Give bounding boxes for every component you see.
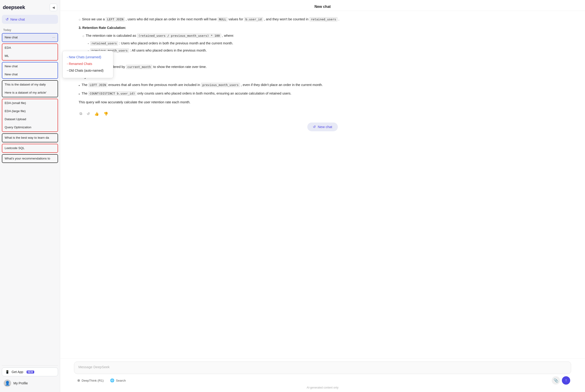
sidebar-bottom: 📱 Get App NEW 👤 My Profile <box>2 366 58 389</box>
chat-item-8[interactable]: EDA (small file) <box>2 99 58 107</box>
para1-mid2: values for <box>228 17 243 21</box>
section-4: 4. Ordering: ○ The results are ordered b… <box>79 56 566 70</box>
avatar: 👤 <box>4 380 11 387</box>
get-app-button[interactable]: 📱 Get App NEW <box>2 368 58 376</box>
collapse-icon: ◀ <box>52 6 55 9</box>
retry-button[interactable]: ↺ <box>86 111 91 117</box>
new-chat-button[interactable]: ↺ New chat <box>2 15 58 24</box>
avatar-icon: 👤 <box>5 381 10 386</box>
thumbs-up-button[interactable]: 👍 <box>94 111 100 117</box>
chat-group-black-1: This is the dataset of my daily Here is … <box>2 80 58 97</box>
legend-item-old-chats: - Old Chats (auto-named) <box>67 68 109 74</box>
new-chat-center-label: New chat <box>318 125 332 129</box>
code-retained-users: retained_users <box>309 17 338 22</box>
response-body: ○ Since we use a LEFT JOIN , users who d… <box>79 16 566 117</box>
chat-item-10[interactable]: Dataset Upload <box>2 115 58 124</box>
chat-list: New chat ··· EDA ML New chat New chat <box>2 33 58 366</box>
chat-item-label: EDA <box>5 46 11 50</box>
deepthink-button[interactable]: ⊗ DeepThink (R1) <box>75 377 106 384</box>
chat-item-2[interactable]: EDA <box>2 44 58 52</box>
why-heading: Why This Works: <box>79 74 566 80</box>
chat-group-red-2: EDA (small file) EDA (large file) Datase… <box>2 99 58 132</box>
legend-item-new-chats: - New Chats (unnamed) <box>67 54 109 60</box>
section3-sub1-text: : Users who placed orders in both the pr… <box>119 41 233 45</box>
profile-item[interactable]: 👤 My Profile <box>2 377 58 389</box>
sidebar: deepseek ◀ ↺ New chat Today New chat ···… <box>0 0 60 392</box>
code-left-join-2: LEFT JOIN <box>88 83 107 87</box>
attach-button[interactable]: 📎 <box>552 376 560 384</box>
chat-group-red-3: Leetcode SQL <box>2 144 58 153</box>
chat-item-label: EDA (large file) <box>5 109 26 113</box>
get-app-label: Get App <box>12 370 23 374</box>
para1-mid: , users who did not place an order in th… <box>126 17 217 21</box>
code-current-month: current_month <box>126 65 152 69</box>
section3-bullet1-prefix: The retention rate is calculated as <box>86 34 136 38</box>
code-prev-month-users-2: previous_month_users <box>201 83 240 87</box>
why-b1-end: , even if they didn't place an order in … <box>241 83 323 87</box>
code-retained-users-2: retained_users <box>90 41 118 46</box>
message-input-box[interactable]: Message DeepSeek <box>74 362 571 374</box>
chat-item-13[interactable]: Leetcode SQL <box>2 144 58 152</box>
chat-item-label: EDA (small file) <box>5 101 26 105</box>
chat-group-black-2: What is the best way to learn da <box>2 133 58 142</box>
chat-item-label: Here is a dataset of my article' <box>5 91 47 94</box>
sidebar-toggle-button[interactable]: ◀ <box>50 4 57 11</box>
ai-disclaimer: AI-generated content only <box>74 384 571 390</box>
chat-item-label: Dataset Upload <box>5 118 26 121</box>
chat-item-label: ML <box>5 54 9 58</box>
section3-sub2-text: : All users who placed orders in the pre… <box>130 48 207 52</box>
chat-item-9[interactable]: EDA (large file) <box>2 107 58 115</box>
input-tools-right: 📎 ↑ <box>552 376 570 384</box>
main-panel: New chat ○ Since we use a LEFT JOIN , us… <box>60 0 585 392</box>
input-tools-left: ⊗ DeepThink (R1) 🌐 Search <box>75 377 128 384</box>
copy-button[interactable]: ⧉ <box>79 111 83 117</box>
new-chat-center-button[interactable]: ↺ New chat <box>307 122 338 131</box>
phone-icon: 📱 <box>5 370 9 374</box>
send-button[interactable]: ↑ <box>562 376 570 384</box>
chat-item-label: What's your recommendations to <box>5 157 50 160</box>
para1-prefix: Since we use a <box>82 17 105 21</box>
send-icon: ↑ <box>565 378 567 383</box>
code-count-distinct: COUNT(DISTINCT b.user_id) <box>88 91 136 96</box>
chat-group-blue-active: New chat ··· <box>2 33 58 42</box>
why-b2-text: only counts users who placed orders in b… <box>137 92 292 95</box>
chat-more-button[interactable]: ··· <box>51 35 56 40</box>
chat-item-label: This is the dataset of my daily <box>5 83 46 86</box>
main-content: ○ Since we use a LEFT JOIN , users who d… <box>60 11 585 358</box>
page-title: New chat <box>314 4 331 8</box>
new-chat-icon: ↺ <box>6 17 9 22</box>
chat-item-6[interactable]: This is the dataset of my daily <box>2 81 58 89</box>
chat-item-5[interactable]: New chat <box>2 70 58 78</box>
new-chat-center-container: ↺ New chat <box>79 122 566 131</box>
section-3: 3. Retention Rate Calculation: ○ The ret… <box>79 25 566 54</box>
chat-item-14[interactable]: What's your recommendations to <box>2 155 58 163</box>
chat-item-7[interactable]: Here is a dataset of my article' <box>2 89 58 97</box>
chat-item-11[interactable]: Query Optimization <box>2 124 58 132</box>
section3-bullet1-mid: , where: <box>222 34 234 38</box>
chat-item-label: Leetcode SQL <box>5 146 25 150</box>
chat-item-12[interactable]: What is the best way to learn da <box>2 134 58 142</box>
why-section: Why This Works: • The LEFT JOIN ensures … <box>79 74 566 105</box>
chat-group-red-1: EDA ML <box>2 44 58 60</box>
code-left-join: LEFT JOIN <box>106 17 125 22</box>
search-icon: 🌐 <box>110 378 115 382</box>
chat-item-label: New chat <box>5 36 18 39</box>
chat-item-label: Query Optimization <box>5 126 32 129</box>
profile-label: My Profile <box>14 381 28 385</box>
search-label: Search <box>116 379 126 382</box>
input-placeholder: Message DeepSeek <box>78 365 110 369</box>
chat-item-label: What is the best way to learn da <box>5 136 49 139</box>
section-today-label: Today <box>2 28 58 33</box>
search-button[interactable]: 🌐 Search <box>108 377 128 384</box>
chat-item-3[interactable]: ML <box>2 52 58 60</box>
section4-bullet1-text: to show the retention rate over time. <box>153 65 207 69</box>
chat-item-label: New chat <box>5 64 18 68</box>
thumbs-down-button[interactable]: 👎 <box>103 111 109 117</box>
why-b2-prefix: The <box>82 92 87 95</box>
input-area: Message DeepSeek ⊗ DeepThink (R1) 🌐 Sear… <box>60 358 585 392</box>
chat-item-4[interactable]: New chat <box>2 62 58 70</box>
code-calc: (retained_users / previous_month_users) … <box>137 34 221 38</box>
section3-heading: 3. Retention Rate Calculation: <box>79 26 126 30</box>
chat-item-1[interactable]: New chat ··· <box>2 34 58 42</box>
deepthink-label: DeepThink (R1) <box>82 379 104 382</box>
